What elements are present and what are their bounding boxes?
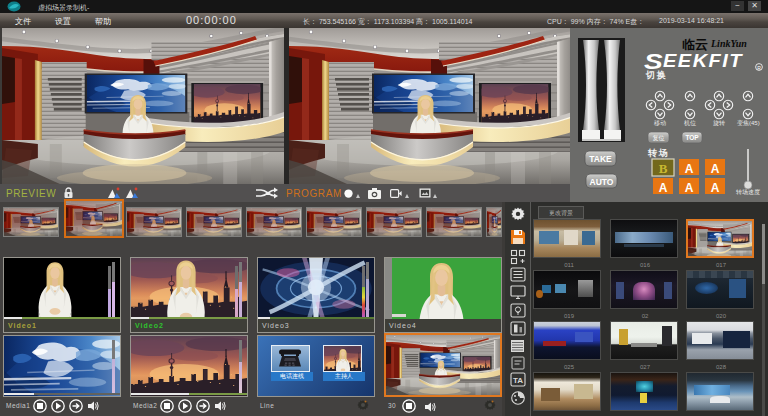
svg-text:移动: 移动 bbox=[654, 120, 666, 127]
svg-text:机位: 机位 bbox=[684, 120, 696, 126]
svg-text:切换: 切换 bbox=[645, 70, 668, 80]
svg-text:B: B bbox=[659, 161, 668, 176]
svg-text:AUTO: AUTO bbox=[590, 177, 614, 187]
svg-text:复位: 复位 bbox=[653, 135, 665, 142]
svg-text:转场: 转场 bbox=[647, 148, 670, 158]
svg-text:A: A bbox=[685, 181, 694, 195]
svg-text:EEKFIT: EEKFIT bbox=[663, 51, 743, 71]
svg-text:A: A bbox=[685, 162, 694, 176]
svg-text:R: R bbox=[757, 65, 761, 71]
svg-text:TAKE: TAKE bbox=[589, 154, 612, 164]
svg-text:转场速度: 转场速度 bbox=[736, 188, 760, 196]
svg-text:A: A bbox=[711, 162, 720, 176]
svg-text:TOP: TOP bbox=[685, 134, 699, 141]
svg-text:变焦(45): 变焦(45) bbox=[737, 119, 760, 127]
svg-text:TA: TA bbox=[513, 376, 523, 385]
svg-text:LinkYun: LinkYun bbox=[710, 38, 747, 49]
svg-text:A: A bbox=[659, 181, 668, 195]
svg-text:A: A bbox=[711, 181, 720, 195]
svg-text:旋转: 旋转 bbox=[713, 120, 725, 127]
